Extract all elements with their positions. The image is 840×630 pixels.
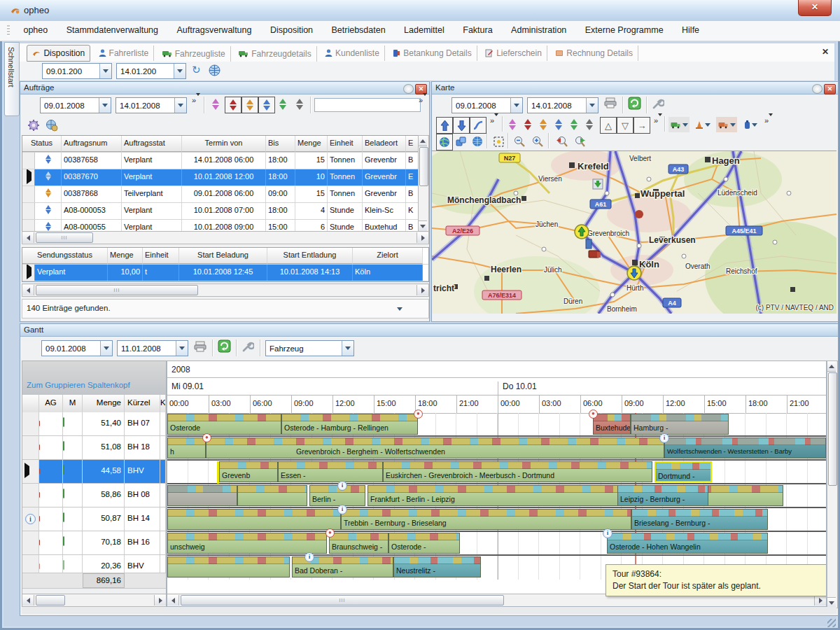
tab-lieferschein[interactable]: Lieferschein [480, 46, 547, 61]
col-einheit[interactable]: Einheit [143, 248, 179, 264]
scrollbar-thumb[interactable]: III [181, 595, 504, 606]
tour-bar[interactable]: Osterode - [388, 533, 460, 554]
triangle-down-button[interactable]: ▽ [617, 117, 634, 134]
scroll-left-icon[interactable] [167, 595, 179, 606]
col-e[interactable]: E [406, 136, 419, 152]
vehicle-row[interactable]: 20,36 BHV [22, 555, 166, 573]
vehicle-row[interactable]: 51,08 BH 18 [22, 436, 166, 460]
menu-hilfe[interactable]: Hilfe [674, 21, 707, 39]
status-dropdown-button[interactable] [393, 303, 405, 314]
menu-stammdatenverwaltung[interactable]: Stammdatenverwaltung [59, 21, 166, 39]
window-titlebar[interactable]: opheo ✕ [0, 0, 840, 21]
zoom-out-icon[interactable] [512, 134, 527, 149]
auftraege-panel-title[interactable]: Aufträge [20, 82, 429, 94]
col-auftragsnum[interactable]: Auftragsnum [62, 136, 122, 152]
arrow-right-button[interactable]: → [634, 117, 650, 134]
tab-fahrzeugliste[interactable]: Fahrzeugliste [158, 46, 231, 62]
karte-close-icon[interactable]: ✕ [824, 84, 836, 94]
settings-gear-icon[interactable] [27, 119, 40, 132]
col-bis[interactable]: Bis [266, 136, 295, 152]
orders-grid-hscrollbar[interactable]: III [22, 231, 429, 244]
shipment-grid-hscrollbar[interactable]: III [22, 284, 429, 297]
order-row[interactable]: 00387868 Teilverplant 09.01.2008 06:00 0… [22, 186, 419, 203]
map-viewport[interactable]: N27 A43 A45/E41 A2/E26 A61 A76/E314 A4 [432, 150, 836, 314]
gantt-groupby-combo[interactable]: Fahrzeug [265, 340, 354, 356]
reload-data-icon[interactable] [628, 97, 641, 110]
scroll-right-icon[interactable] [154, 595, 166, 606]
updown-arrows-pink-icon[interactable] [208, 97, 223, 112]
print-icon[interactable] [194, 341, 206, 352]
toolbar-overflow-button[interactable]: » [191, 97, 201, 104]
updown-arrows-pink-icon[interactable] [505, 117, 520, 132]
gantt-panel-title[interactable]: Gantt [20, 324, 838, 337]
col-menge[interactable]: Menge [83, 395, 125, 412]
truck-orange-dropdown[interactable] [716, 117, 737, 132]
scrollbar-thumb[interactable]: III [36, 285, 198, 295]
zoom-in-icon[interactable] [530, 134, 545, 149]
map-globe-button[interactable] [436, 134, 453, 150]
resize-grip[interactable] [827, 619, 836, 627]
col-start-beladung[interactable]: Start Beladung [179, 248, 267, 264]
updown-arrows-gray-icon[interactable] [582, 117, 597, 132]
container-marker[interactable] [586, 239, 592, 248]
toolbar-overflow-button[interactable]: » [418, 97, 428, 104]
gantt-group-area[interactable]: Zum Gruppieren Spaltenkopf [22, 361, 166, 395]
col-zielort[interactable]: Zielort [353, 248, 423, 264]
truck-green-dropdown[interactable] [668, 117, 690, 132]
auftraege-pin-icon[interactable] [403, 84, 414, 94]
order-row[interactable]: A08-000053 Verplant 10.01.2008 07:00 18:… [22, 203, 419, 220]
wrench-icon[interactable] [241, 340, 254, 353]
tour-bar[interactable] [167, 509, 341, 530]
window-close-button[interactable]: ✕ [798, 0, 832, 16]
karte-pin-icon[interactable] [812, 84, 822, 94]
scroll-up-icon[interactable] [827, 361, 836, 372]
tab-fahrzeugdetails[interactable]: Fahrzeugdetails [234, 46, 316, 62]
scroll-down-icon[interactable] [827, 597, 836, 608]
combo-dropdown-button[interactable] [510, 98, 522, 113]
tour-bar[interactable]: Grevenbroich - Bergheim - Wolfertschwend… [206, 438, 664, 458]
combo-dropdown-button[interactable] [100, 341, 112, 356]
depot-marker-up[interactable] [575, 225, 589, 239]
updown-arrows-gray-icon[interactable] [292, 97, 307, 112]
auftraege-date-to-combo[interactable]: 14.01.2008 [115, 97, 187, 113]
order-row[interactable]: A08-000055 Verplant 10.01.2008 09:00 15:… [22, 220, 419, 232]
cone-dropdown[interactable] [692, 117, 713, 132]
combo-dropdown-button[interactable] [174, 64, 186, 78]
load-stop-marker[interactable] [593, 179, 603, 189]
toolbar-overflow-button[interactable]: » [653, 117, 663, 124]
gantt-chart[interactable]: 2008 Mi 09.01 Do 10.01 00:00 03:00 06:00… [167, 360, 827, 607]
combo-dropdown-button[interactable] [174, 98, 186, 113]
triangle-up-button[interactable]: △ [600, 117, 617, 134]
top-date-from-combo[interactable]: 09.01.200 [42, 63, 112, 79]
karte-date-from-combo[interactable]: 09.01.2008 [451, 97, 523, 113]
scroll-left-icon[interactable] [22, 595, 34, 606]
tour-bar[interactable]: Brieselang - Bernburg - [631, 509, 768, 530]
shipment-row-selected[interactable]: Verplant 10,00 t 10.01.2008 12:45 10.01.… [22, 265, 428, 281]
zoom-next-icon[interactable] [572, 134, 587, 149]
updown-arrows-blue-icon[interactable] [551, 117, 566, 132]
vehicle-row[interactable]: 51,40 BH 07 [22, 412, 166, 436]
menu-betriebsdaten[interactable]: Betriebsdaten [324, 21, 393, 39]
route-curve-icon[interactable] [470, 117, 486, 134]
scrollbar-thumb[interactable]: III [36, 232, 93, 243]
menu-externe-programme[interactable]: Externe Programme [578, 21, 671, 39]
wrench-icon[interactable] [652, 97, 664, 110]
updown-arrows-blue-icon[interactable] [258, 97, 275, 113]
globe-gear-icon[interactable] [46, 119, 58, 132]
karte-panel-title[interactable]: Karte [432, 82, 838, 94]
route-down-icon[interactable] [453, 117, 470, 134]
tour-bar[interactable]: Braunschweig - [329, 533, 388, 554]
updown-arrows-orange-icon[interactable] [241, 97, 258, 113]
order-row[interactable]: 00387658 Verplant 14.01.2008 06:00 18:00… [22, 153, 419, 169]
tour-bar[interactable]: Leipzig - Bernburg - [617, 485, 708, 506]
vehicle-row[interactable]: 70,18 BH 16 [22, 531, 166, 555]
scroll-right-icon[interactable] [814, 595, 826, 606]
gantt-rows-area[interactable]: Osterode Osterode - Hamburg - Rellingen … [167, 413, 826, 580]
tab-rechnung-details[interactable]: Rechnung Details [550, 46, 638, 61]
gantt-date-from-combo[interactable]: 09.01.2008 [41, 340, 113, 356]
menu-disposition[interactable]: Disposition [262, 21, 321, 39]
tour-bar[interactable]: Neustrelitz - [393, 556, 481, 578]
tour-bar[interactable]: unschweig [167, 533, 327, 554]
globe-network-icon[interactable] [470, 134, 485, 149]
truck-position-marker[interactable] [589, 251, 601, 258]
